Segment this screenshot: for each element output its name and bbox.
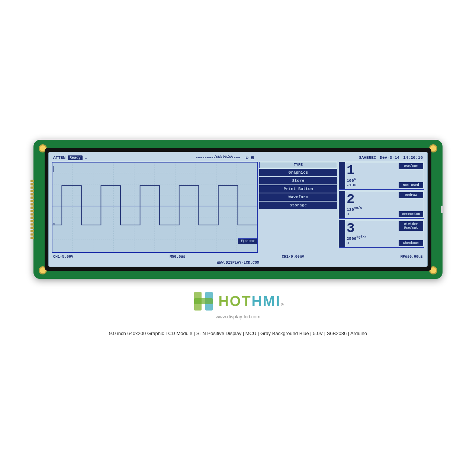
- storage-button[interactable]: Storage: [259, 202, 337, 209]
- graphics-button[interactable]: Graphics: [259, 169, 337, 176]
- channel3-row: 3 2500kgf/c 0 Divider Use/cut Checkout: [339, 220, 424, 248]
- ch2-btn2[interactable]: Detection: [399, 211, 423, 217]
- screen-icon: 🖥: [250, 155, 254, 160]
- lcd-screen: ATTEN Ready ✏ ∿∿∿∿∿∿∿ ⚙: [48, 152, 428, 267]
- brand-text: HOTHMI ®: [218, 293, 283, 309]
- channel1-row: 1 100% -100 Use/cut Not used: [339, 162, 424, 190]
- logo-section: HOTHMI ® www.display-lcd.com: [192, 290, 283, 319]
- registered-mark: ®: [281, 303, 283, 307]
- ch3-btn1[interactable]: Divider Use/cut: [399, 221, 423, 231]
- status-bar: ATTEN Ready ✏ ∿∿∿∿∿∿∿ ⚙: [52, 154, 424, 161]
- waveform-button[interactable]: Waveform: [259, 193, 337, 201]
- svg-text:*: *: [53, 222, 55, 227]
- ch3-value1: 2500kgf/c: [347, 235, 366, 241]
- ch2-btn1[interactable]: Redraw: [399, 192, 423, 198]
- ready-badge: Ready: [68, 155, 83, 160]
- settings-icon: ⚙: [246, 155, 248, 161]
- channel2-row: 2 130mm/s 0 Redraw Detection: [339, 191, 424, 219]
- ch3-btn2[interactable]: Checkout: [399, 240, 423, 246]
- ch2-square-icon: [340, 203, 344, 207]
- right-info-panel: 1 100% -100 Use/cut Not used: [339, 162, 424, 253]
- ch2-value1: 130mm/s: [347, 206, 362, 212]
- ch1-btn2[interactable]: Not used: [399, 182, 423, 188]
- print-button[interactable]: Print Button: [259, 185, 337, 193]
- ch2-small-btn: [339, 191, 345, 218]
- model-number: L04004602: [394, 259, 412, 263]
- svg-rect-23: [194, 298, 213, 304]
- hot-text: HOTHMI: [218, 293, 281, 309]
- ch2-value2: 0: [347, 212, 349, 216]
- left-connector-pins: [30, 180, 34, 239]
- logo-wrapper: HOTHMI ®: [192, 290, 283, 312]
- mpos: MPos0.00us: [401, 255, 423, 259]
- side-panel: TYPE Graphics Store Print Button Wavefor…: [259, 162, 337, 253]
- ch1-value2: -100: [347, 183, 356, 187]
- ch3-square-icon: [340, 232, 344, 236]
- hothmi-logo-icon: [192, 290, 215, 312]
- ch1-square-icon: [340, 174, 344, 178]
- time-base: M50.0us: [170, 255, 185, 259]
- pcb-board: ATTEN Ready ✏ ∿∿∿∿∿∿∿ ⚙: [33, 140, 443, 279]
- ch3-small-btn: [339, 220, 345, 247]
- atten-label: ATTEN: [53, 155, 65, 160]
- save-rec-label: SAVEREC: [359, 155, 376, 160]
- website-bar: WWW.DISPLAY-LCD.COM: [52, 260, 424, 265]
- ch1-volts: CH1-5.00V: [53, 255, 73, 259]
- type-label: TYPE: [259, 162, 337, 168]
- lcd-module: ATTEN Ready ✏ ∿∿∿∿∿∿∿ ⚙: [45, 148, 431, 271]
- freq-badge: f(<10Hz: [238, 238, 257, 244]
- signal-indicator: ∿∿∿∿∿∿∿: [192, 154, 244, 161]
- ch3-value2: 0: [347, 241, 349, 245]
- waveform-area: * f(<10Hz: [52, 162, 258, 253]
- right-connector: [441, 206, 444, 213]
- ch1-mv: CH1/0.00mV: [282, 255, 304, 259]
- store-button[interactable]: Store: [259, 177, 337, 184]
- ch1-small-btn: [339, 162, 345, 189]
- product-description: 9.0 inch 640x200 Graphic LCD Module | ST…: [109, 331, 367, 336]
- time-label: 14:26:16: [403, 155, 423, 160]
- logo-url: www.display-lcd.com: [216, 314, 261, 319]
- date-label: Dev-3-14: [380, 155, 399, 160]
- ch3-big-number: 3: [347, 222, 355, 235]
- pencil-icon: ✏: [85, 155, 87, 160]
- ch1-big-number: 1: [347, 164, 355, 177]
- ch1-value1: 100%: [347, 177, 356, 183]
- svg-text:∿∿∿∿∿∿∿: ∿∿∿∿∿∿∿: [215, 155, 233, 158]
- ch2-big-number: 2: [347, 193, 355, 206]
- ch1-btn1[interactable]: Use/cut: [399, 163, 423, 169]
- bottom-bar: CH1-5.00V M50.0us CH1/0.00mV MPos0.00us: [52, 254, 424, 260]
